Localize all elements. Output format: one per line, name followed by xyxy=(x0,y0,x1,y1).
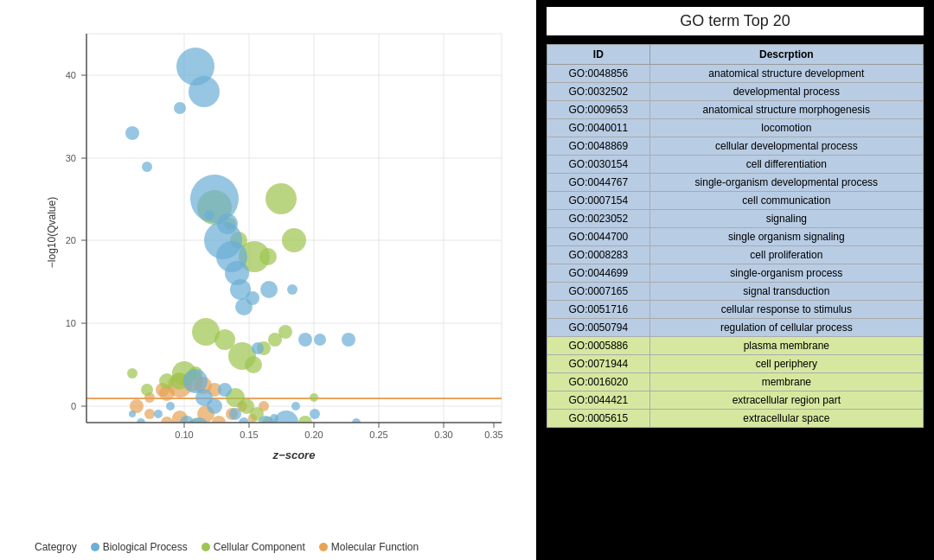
svg-point-91 xyxy=(129,410,136,417)
go-id: GO:0071944 xyxy=(547,355,650,373)
table-row: GO:0050794regulation of cellular process xyxy=(547,319,924,337)
table-row: GO:0032502developmental process xyxy=(547,83,924,101)
svg-point-72 xyxy=(246,291,259,305)
svg-point-60 xyxy=(142,162,152,172)
svg-point-80 xyxy=(207,398,222,414)
svg-point-44 xyxy=(278,325,292,339)
svg-point-76 xyxy=(298,333,312,347)
go-id: GO:0009653 xyxy=(547,101,650,119)
svg-point-99 xyxy=(310,409,320,419)
table-row: GO:0007165signal transduction xyxy=(547,283,924,301)
go-description: single organism signaling xyxy=(649,228,923,246)
svg-point-49 xyxy=(127,368,138,379)
svg-text:40: 40 xyxy=(66,70,76,80)
svg-point-58 xyxy=(197,423,211,436)
go-id: GO:0032502 xyxy=(547,83,650,101)
go-description: cell differentiation xyxy=(649,156,923,174)
go-description: single-organism developmental process xyxy=(649,174,923,192)
go-description: cellular response to stimulus xyxy=(649,301,923,319)
svg-point-89 xyxy=(144,423,152,431)
go-description: anatomical structure morphogenesis xyxy=(649,101,923,119)
go-description: membrane xyxy=(649,373,923,391)
legend-bp-label: Biological Process xyxy=(103,541,188,553)
table-row: GO:0005615extracellular space xyxy=(547,410,924,428)
go-id: GO:0051716 xyxy=(547,301,650,319)
svg-text:0.35: 0.35 xyxy=(484,430,502,440)
go-id: GO:0023052 xyxy=(547,210,650,228)
svg-point-98 xyxy=(291,402,300,410)
svg-text:0.25: 0.25 xyxy=(369,430,387,440)
legend-item-cc: Cellular Component xyxy=(202,541,305,553)
svg-point-88 xyxy=(154,410,163,418)
go-id: GO:0005886 xyxy=(547,337,650,355)
table-row: GO:0005886plasma membrane xyxy=(547,337,924,355)
svg-point-63 xyxy=(189,76,220,107)
go-id: GO:0044700 xyxy=(547,228,650,246)
go-table: ID Descrption GO:0048856anatomical struc… xyxy=(547,44,924,428)
go-description: signal transduction xyxy=(649,283,923,301)
table-row: GO:0071944cell periphery xyxy=(547,355,924,373)
legend-item-mf: Molecular Function xyxy=(319,541,419,553)
table-row: GO:0044700single organism signaling xyxy=(547,228,924,246)
table-row: GO:0008283cell proliferation xyxy=(547,246,924,264)
table-row: GO:0040011locomotion xyxy=(547,119,924,137)
bp-dot xyxy=(91,543,99,551)
svg-point-35 xyxy=(259,248,277,265)
go-id: GO:0007165 xyxy=(547,283,650,301)
table-row: GO:0044421extracellular region part xyxy=(547,391,924,410)
table-row: GO:0023052signaling xyxy=(547,210,924,228)
svg-point-74 xyxy=(260,281,278,298)
col-header-desc: Descrption xyxy=(649,45,923,65)
svg-point-37 xyxy=(282,228,306,252)
svg-text:20: 20 xyxy=(66,235,76,245)
col-header-id: ID xyxy=(547,45,650,65)
table-row: GO:0044767single-organism developmental … xyxy=(547,174,924,192)
svg-point-61 xyxy=(174,102,186,114)
go-id: GO:0048856 xyxy=(547,65,650,83)
go-description: locomotion xyxy=(649,119,923,137)
svg-text:0.20: 0.20 xyxy=(304,430,323,440)
table-row: GO:0007154cell communication xyxy=(547,192,924,210)
svg-text:30: 30 xyxy=(66,153,76,163)
table-row: GO:0044699single-organism process xyxy=(547,264,924,283)
legend-category-label: Categroy xyxy=(35,541,77,553)
svg-point-75 xyxy=(287,284,297,295)
svg-point-95 xyxy=(211,423,227,438)
svg-text:0.15: 0.15 xyxy=(240,430,258,440)
svg-point-50 xyxy=(141,384,153,396)
go-id: GO:0040011 xyxy=(547,119,650,137)
svg-point-36 xyxy=(265,183,297,214)
svg-point-41 xyxy=(245,356,262,373)
svg-point-100 xyxy=(342,333,355,347)
table-row: GO:0051716cellular response to stimulus xyxy=(547,301,924,319)
go-id: GO:0007154 xyxy=(547,192,650,210)
go-description: extracellular space xyxy=(649,410,923,428)
go-id: GO:0044421 xyxy=(547,391,650,410)
go-description: extracellular region part xyxy=(649,391,923,410)
table-row: GO:0016020membrane xyxy=(547,373,924,391)
chart-legend: Categroy Biological Process Cellular Com… xyxy=(35,541,419,553)
svg-point-56 xyxy=(310,393,318,402)
table-panel: GO term Top 20 ID Descrption GO:0048856a… xyxy=(536,0,934,560)
svg-point-77 xyxy=(314,334,326,346)
svg-text:−log10(Qvalue): −log10(Qvalue) xyxy=(46,197,58,268)
table-row: GO:0009653anatomical structure morphogen… xyxy=(547,101,924,119)
svg-point-59 xyxy=(125,126,139,140)
go-id: GO:0044767 xyxy=(547,174,650,192)
legend-mf-label: Molecular Function xyxy=(331,541,419,553)
svg-text:z−score: z−score xyxy=(272,449,316,461)
panel-title: GO term Top 20 xyxy=(547,7,924,35)
go-id: GO:0008283 xyxy=(547,246,650,264)
table-row: GO:0030154cell differentiation xyxy=(547,156,924,174)
legend-cc-label: Cellular Component xyxy=(214,541,305,553)
svg-text:0: 0 xyxy=(71,401,76,411)
table-row: GO:0048856anatomical structure developme… xyxy=(547,65,924,83)
svg-text:0.30: 0.30 xyxy=(434,430,452,440)
cc-dot xyxy=(202,543,210,551)
go-description: plasma membrane xyxy=(649,337,923,355)
legend-item-bp: Biological Process xyxy=(91,541,188,553)
bubble-chart: 0.10 0.15 0.20 0.25 0.30 0.35 0 10 20 30… xyxy=(43,9,528,508)
go-description: anatomical structure development xyxy=(649,65,923,83)
svg-point-92 xyxy=(119,427,126,434)
go-description: cellular developmental process xyxy=(649,137,923,156)
